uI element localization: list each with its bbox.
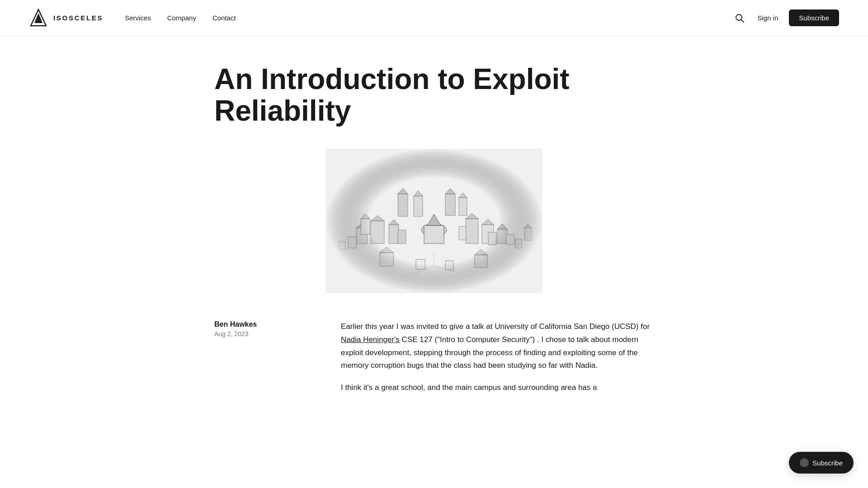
floating-subscribe-label: Subscribe: [812, 459, 843, 467]
article-paragraph-2: I think it's a great school, and the mai…: [341, 381, 654, 394]
nav-links: Services Company Contact: [125, 14, 236, 22]
hero-image: [326, 149, 542, 293]
main-content: An Introduction to Exploit Reliability: [185, 36, 683, 440]
article-title: An Introduction to Exploit Reliability: [214, 63, 594, 127]
article-link-nadia[interactable]: Nadia Heninger's: [341, 335, 400, 344]
search-icon: [735, 13, 745, 23]
floating-subscribe-button[interactable]: Subscribe: [789, 452, 854, 474]
svg-rect-48: [326, 149, 542, 293]
author-date: Aug 2, 2023: [214, 330, 305, 338]
article-text-p1-start: Earlier this year I was invited to give …: [341, 322, 650, 331]
logo-icon: [29, 9, 48, 28]
city-illustration: [326, 149, 542, 293]
sign-in-button[interactable]: Sign in: [757, 14, 778, 22]
logo-text: ISOSCELES: [53, 14, 103, 22]
logo-link[interactable]: ISOSCELES: [29, 9, 103, 28]
nav-link-contact[interactable]: Contact: [212, 14, 236, 22]
article-text: Earlier this year I was invited to give …: [341, 320, 654, 404]
search-button[interactable]: [733, 11, 746, 25]
svg-line-3: [741, 19, 744, 22]
subscribe-button[interactable]: Subscribe: [789, 9, 839, 26]
hero-image-wrap: [214, 149, 654, 293]
nav-link-company[interactable]: Company: [167, 14, 196, 22]
nav-link-services[interactable]: Services: [125, 14, 151, 22]
author-name: Ben Hawkes: [214, 320, 305, 328]
portal-icon: [800, 458, 809, 467]
nav-right: Sign in Subscribe: [733, 9, 839, 26]
article-paragraph-1: Earlier this year I was invited to give …: [341, 320, 654, 373]
author-section: Ben Hawkes Aug 2, 2023: [214, 320, 305, 338]
article-body: Ben Hawkes Aug 2, 2023 Earlier this year…: [214, 320, 654, 404]
navbar: ISOSCELES Services Company Contact Sign …: [0, 0, 868, 36]
